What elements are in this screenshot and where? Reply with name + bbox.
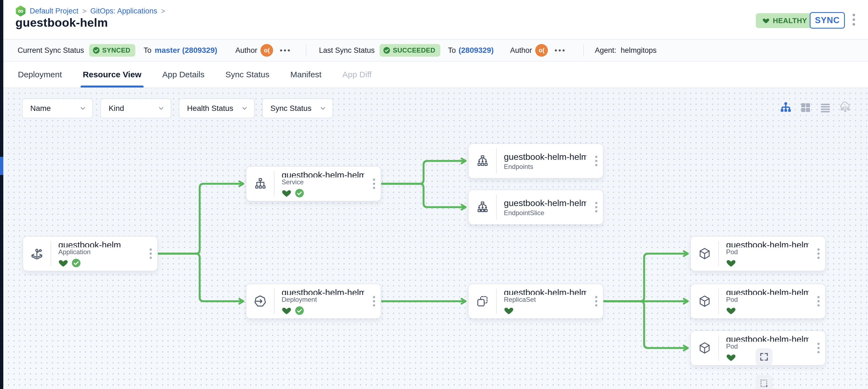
node-kind: Pod bbox=[726, 248, 809, 256]
node-kind: Deployment bbox=[282, 296, 364, 303]
node-kind: EndpointSlice bbox=[504, 209, 586, 217]
sidebar-active-indicator bbox=[0, 157, 3, 175]
healthy-heart-icon bbox=[726, 306, 736, 316]
healthy-heart-icon bbox=[58, 258, 68, 268]
node-kind: Service bbox=[282, 178, 364, 186]
node-replicaset[interactable]: guestbook-helm-helm-g... ReplicaSet bbox=[468, 283, 603, 319]
healthy-heart-icon bbox=[504, 306, 514, 316]
node-title: guestbook-helm-helm-g... bbox=[726, 240, 809, 247]
author-label: Author bbox=[236, 46, 257, 55]
current-revision-link[interactable]: master (2809329) bbox=[155, 46, 217, 55]
check-circle-icon bbox=[383, 47, 390, 54]
heart-icon bbox=[763, 17, 770, 24]
resource-graph-canvas[interactable]: Name Kind Health Status Sync Status bbox=[3, 88, 868, 389]
service-icon bbox=[246, 171, 275, 197]
tab-resource-view[interactable]: Resource View bbox=[83, 62, 142, 88]
node-title: guestbook-helm-helm-g... bbox=[504, 198, 586, 208]
tab-app-diff: App Diff bbox=[342, 62, 372, 88]
fit-view-icon bbox=[759, 352, 769, 362]
tab-deployment[interactable]: Deployment bbox=[18, 62, 62, 88]
check-circle-icon bbox=[93, 47, 100, 54]
node-endpointslice[interactable]: guestbook-helm-helm-g... EndpointSlice bbox=[468, 189, 603, 225]
node-kind: ReplicaSet bbox=[504, 296, 586, 303]
node-more-menu-icon[interactable] bbox=[817, 248, 819, 259]
node-kind: Application bbox=[58, 248, 141, 256]
synced-check-icon bbox=[71, 258, 81, 268]
node-kind: Endpoints bbox=[504, 163, 586, 171]
agent-label: Agent: bbox=[595, 46, 616, 55]
node-title: guestbook-helm-helm-g... bbox=[726, 288, 809, 295]
pod-icon bbox=[691, 335, 719, 361]
node-pod-1[interactable]: guestbook-helm-helm-g... Pod bbox=[690, 236, 826, 271]
commit-more-icon[interactable]: ••• bbox=[280, 46, 291, 55]
node-more-menu-icon[interactable] bbox=[595, 202, 597, 212]
node-title: guestbook-helm-helm-g... bbox=[282, 288, 364, 295]
node-title: guestbook-helm-helm-g... bbox=[504, 152, 586, 162]
tab-manifest[interactable]: Manifest bbox=[290, 62, 321, 88]
app-tabs: Deployment Resource View App Details Syn… bbox=[3, 62, 868, 88]
pod-icon bbox=[691, 289, 719, 314]
node-more-menu-icon[interactable] bbox=[373, 296, 375, 306]
synced-check-icon bbox=[295, 188, 304, 198]
node-title: guestbook-helm-helm-g... bbox=[282, 170, 364, 177]
fit-view-button[interactable] bbox=[755, 348, 773, 365]
codefresh-logo-icon: ∞ bbox=[16, 5, 26, 17]
to-label: To bbox=[144, 46, 152, 55]
selection-box-icon bbox=[759, 378, 769, 389]
node-title: guestbook-helm bbox=[58, 240, 141, 247]
author-label: Author bbox=[510, 46, 532, 55]
collapsed-sidebar[interactable] bbox=[0, 0, 3, 389]
divider bbox=[583, 44, 584, 56]
breadcrumb: ∞ Default Project > GitOps: Applications… bbox=[16, 5, 165, 17]
node-application[interactable]: guestbook-helm Application bbox=[23, 236, 158, 271]
healthy-heart-icon bbox=[282, 306, 291, 316]
node-endpoints[interactable]: guestbook-helm-helm-g... Endpoints bbox=[468, 143, 603, 179]
sync-status-bar: Current Sync Status SYNCED To master (28… bbox=[3, 39, 868, 62]
commit-more-icon[interactable]: ••• bbox=[555, 46, 566, 55]
endpoints-icon bbox=[469, 148, 497, 174]
node-deployment[interactable]: guestbook-helm-helm-g... Deployment bbox=[246, 283, 381, 319]
endpointslice-icon bbox=[469, 194, 497, 220]
author-avatar: o( bbox=[535, 44, 548, 57]
to-label: To bbox=[448, 46, 456, 55]
node-more-menu-icon[interactable] bbox=[595, 156, 597, 166]
node-more-menu-icon[interactable] bbox=[373, 179, 375, 189]
current-sync-status-label: Current Sync Status bbox=[18, 46, 84, 55]
author-avatar: o( bbox=[260, 44, 273, 57]
divider bbox=[306, 44, 306, 56]
synced-check-icon bbox=[295, 306, 304, 315]
health-status-badge: HEALTHY bbox=[756, 13, 813, 28]
app-header: ∞ Default Project > GitOps: Applications… bbox=[3, 0, 868, 39]
health-badge-label: HEALTHY bbox=[773, 17, 807, 25]
node-more-menu-icon[interactable] bbox=[150, 248, 152, 259]
sync-button[interactable]: SYNC bbox=[810, 12, 845, 29]
last-revision-link[interactable]: (2809329) bbox=[459, 46, 494, 55]
tab-app-details[interactable]: App Details bbox=[162, 62, 204, 88]
tab-sync-status[interactable]: Sync Status bbox=[225, 62, 269, 88]
pod-icon bbox=[691, 241, 719, 266]
synced-badge: SYNCED bbox=[89, 44, 135, 57]
node-pod-2[interactable]: guestbook-helm-helm-g... Pod bbox=[690, 283, 826, 319]
application-icon bbox=[23, 241, 51, 266]
breadcrumb-separator-icon: > bbox=[161, 7, 165, 16]
selection-mode-button[interactable] bbox=[755, 375, 773, 389]
page-title: guestbook-helm bbox=[16, 16, 108, 29]
healthy-heart-icon bbox=[726, 352, 736, 362]
breadcrumb-separator-icon: > bbox=[82, 7, 86, 16]
header-more-menu-icon[interactable] bbox=[852, 14, 855, 26]
agent-value: helmgitops bbox=[621, 46, 657, 55]
node-service[interactable]: guestbook-helm-helm-g... Service bbox=[246, 166, 381, 201]
breadcrumb-project[interactable]: Default Project bbox=[30, 7, 79, 16]
node-more-menu-icon[interactable] bbox=[595, 296, 597, 306]
replicaset-icon bbox=[469, 289, 497, 314]
node-more-menu-icon[interactable] bbox=[817, 296, 819, 306]
last-sync-status-label: Last Sync Status bbox=[319, 46, 375, 55]
node-title: guestbook-helm-helm-g... bbox=[504, 288, 586, 295]
deployment-icon bbox=[246, 289, 275, 314]
breadcrumb-applications[interactable]: GitOps: Applications bbox=[90, 7, 157, 16]
node-more-menu-icon[interactable] bbox=[817, 343, 819, 353]
succeeded-badge: SUCCEEDED bbox=[379, 44, 440, 57]
healthy-heart-icon bbox=[726, 258, 736, 268]
healthy-heart-icon bbox=[282, 188, 291, 198]
node-title: guestbook-helm-helm-g... bbox=[726, 334, 809, 342]
